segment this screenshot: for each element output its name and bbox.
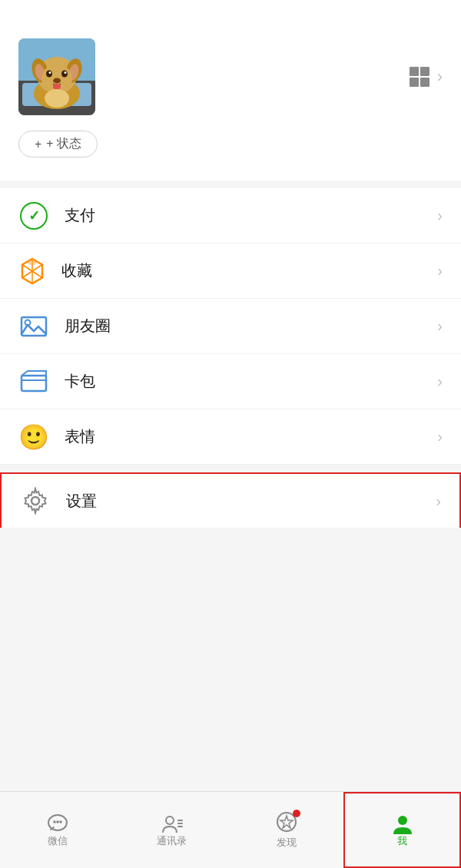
moments-icon [20, 313, 48, 340]
qr-icon[interactable] [410, 67, 429, 87]
collect-icon-wrap [18, 257, 46, 285]
status-label: + 状态 [46, 136, 81, 152]
menu-item-collect[interactable]: 收藏 › [0, 244, 461, 299]
discover-nav-label: 发现 [277, 836, 297, 850]
menu-section: 支付 › 收藏 › [0, 188, 461, 528]
svg-point-13 [65, 71, 67, 74]
svg-point-16 [45, 89, 69, 108]
me-icon [392, 813, 413, 834]
nav-item-me[interactable]: 我 [343, 792, 461, 868]
svg-point-12 [49, 71, 51, 74]
svg-point-28 [53, 820, 56, 823]
emoji-chevron-icon: › [437, 428, 443, 446]
svg-point-14 [53, 78, 61, 84]
wechat-icon [47, 813, 68, 834]
svg-marker-36 [280, 816, 293, 828]
menu-item-emoji[interactable]: 🙂 表情 › [0, 409, 461, 465]
svg-point-26 [32, 497, 39, 505]
card-label: 卡包 [65, 371, 437, 392]
pay-label: 支付 [65, 205, 437, 226]
svg-point-30 [59, 820, 62, 823]
profile-section: › + + 状态 [0, 0, 461, 181]
menu-item-settings[interactable]: 设置 › [0, 472, 461, 528]
emoji-icon-wrap: 🙂 [18, 422, 49, 452]
pay-chevron-icon: › [437, 207, 443, 224]
discover-badge [293, 810, 300, 817]
me-nav-label: 我 [397, 834, 407, 848]
status-button[interactable]: + + 状态 [18, 131, 98, 157]
collect-label: 收藏 [61, 260, 437, 281]
settings-label: 设置 [66, 491, 436, 512]
svg-point-15 [53, 84, 61, 90]
nav-item-contacts[interactable]: 通讯录 [114, 792, 229, 868]
emoji-icon: 🙂 [18, 422, 49, 452]
profile-top-row: › [18, 38, 443, 115]
nav-item-discover[interactable]: 发现 [229, 792, 343, 868]
moments-chevron-icon: › [437, 317, 443, 335]
pay-icon [20, 202, 48, 230]
status-plus-icon: + [35, 137, 41, 151]
moments-icon-wrap [18, 311, 49, 342]
card-icon-wrap [18, 366, 49, 397]
spacer-area [0, 528, 461, 791]
menu-item-pay[interactable]: 支付 › [0, 188, 461, 244]
profile-chevron-icon: › [437, 68, 443, 85]
menu-item-moments[interactable]: 朋友圈 › [0, 299, 461, 354]
svg-point-29 [56, 820, 59, 823]
settings-icon-wrap [20, 485, 51, 516]
svg-rect-22 [22, 317, 46, 336]
emoji-label: 表情 [65, 426, 437, 447]
svg-point-37 [398, 816, 407, 825]
contacts-icon [161, 813, 183, 834]
settings-chevron-icon: › [436, 492, 441, 510]
bottom-nav: 微信 通讯录 发现 我 [0, 791, 461, 868]
main-content: › + + 状态 支付 › [0, 0, 461, 791]
svg-rect-24 [22, 376, 46, 391]
card-chevron-icon: › [437, 373, 443, 390]
avatar[interactable] [18, 38, 95, 115]
settings-icon [22, 487, 49, 515]
svg-marker-21 [26, 259, 38, 266]
contacts-nav-label: 通讯录 [157, 834, 187, 848]
divider-1 [0, 181, 461, 188]
profile-right: › [410, 67, 443, 87]
moments-label: 朋友圈 [65, 316, 437, 336]
card-icon [20, 368, 48, 396]
collect-chevron-icon: › [437, 262, 443, 280]
svg-point-11 [61, 71, 68, 78]
svg-point-31 [166, 817, 174, 824]
menu-item-card[interactable]: 卡包 › [0, 354, 461, 409]
wechat-nav-label: 微信 [48, 834, 68, 848]
nav-item-wechat[interactable]: 微信 [0, 792, 114, 868]
pay-icon-wrap [18, 200, 49, 231]
divider-2 [0, 465, 461, 472]
svg-point-10 [46, 71, 52, 78]
collect-icon [18, 257, 46, 285]
